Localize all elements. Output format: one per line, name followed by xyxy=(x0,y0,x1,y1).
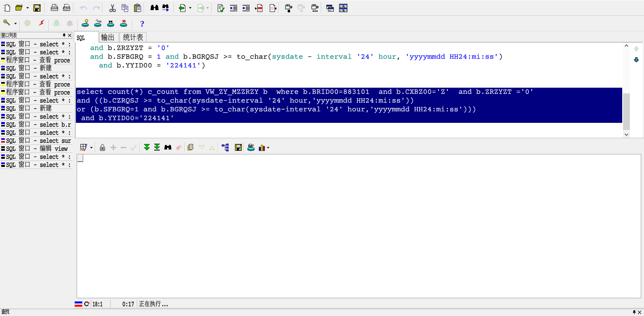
svg-text:SQL: SQL xyxy=(97,20,102,23)
svg-text:?: ? xyxy=(140,19,144,28)
